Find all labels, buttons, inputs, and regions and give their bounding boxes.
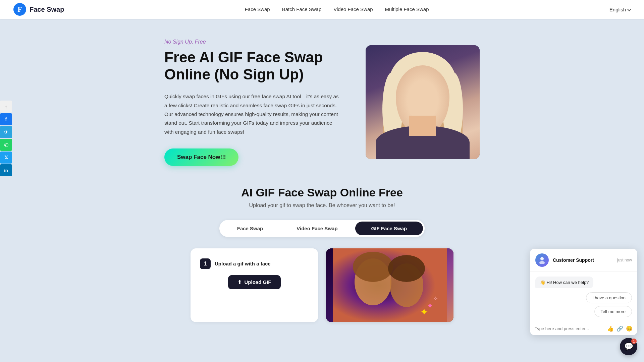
section-header: AI GIF Face Swap Online Free Upload your… bbox=[0, 179, 644, 212]
hero-description: Quickly swap faces in GIFs using our fre… bbox=[164, 92, 339, 136]
hero-portrait bbox=[366, 45, 480, 159]
chat-input[interactable] bbox=[535, 326, 604, 331]
brand-logo: f bbox=[13, 3, 26, 16]
chat-input-row: 👍 🔗 😊 bbox=[530, 322, 637, 335]
linkedin-button[interactable]: in bbox=[0, 164, 12, 176]
upload-icon: ⬆ bbox=[237, 279, 242, 285]
hero-section: No Sign Up, Free Free AI GIF Face Swap O… bbox=[0, 19, 644, 179]
language-selector[interactable]: English bbox=[609, 7, 631, 12]
tabs-container: Face Swap Video Face Swap GIF Face Swap bbox=[0, 220, 644, 237]
upload-gif-label: Upload GIF bbox=[245, 279, 271, 285]
quick-reply-more[interactable]: Tell me more bbox=[594, 306, 632, 317]
svg-point-8 bbox=[540, 257, 544, 260]
nav-link-video[interactable]: Video Face Swap bbox=[333, 6, 373, 12]
tab-gif-face-swap[interactable]: GIF Face Swap bbox=[355, 222, 423, 235]
nav-link-batch[interactable]: Batch Face Swap bbox=[282, 6, 322, 12]
svg-point-9 bbox=[539, 261, 545, 264]
brand-title: Face Swap bbox=[30, 6, 64, 13]
agent-avatar-icon bbox=[538, 256, 546, 264]
upload-card: 1 Upload a gif with a face ⬆ Upload GIF bbox=[191, 248, 318, 322]
chat-greeting: 👋 Hi! How can we help? bbox=[535, 277, 593, 288]
emoji-icon[interactable]: 😊 bbox=[626, 325, 633, 332]
hero-tag: No Sign Up, Free bbox=[164, 39, 339, 45]
social-sidebar: ↑ f ✈ ✆ 𝕏 in bbox=[0, 101, 12, 176]
section-title: AI GIF Face Swap Online Free bbox=[0, 186, 644, 199]
svg-text:✦: ✦ bbox=[420, 306, 428, 317]
chat-icon: 💬 bbox=[624, 342, 633, 351]
navbar: f Face Swap Face Swap Batch Face Swap Vi… bbox=[0, 0, 644, 19]
svg-point-4 bbox=[388, 255, 425, 282]
chat-widget: Customer Support just now 👋 Hi! How can … bbox=[530, 249, 637, 335]
upload-label: Upload a gif with a face bbox=[215, 261, 271, 266]
tabs-bar: Face Swap Video Face Swap GIF Face Swap bbox=[219, 220, 425, 237]
section-subtitle: Upload your gif to swap the face. Be who… bbox=[0, 202, 644, 208]
tab-face-swap[interactable]: Face Swap bbox=[221, 222, 279, 235]
upload-gif-button[interactable]: ⬆ Upload GIF bbox=[228, 275, 281, 289]
tab-video-face-swap[interactable]: Video Face Swap bbox=[280, 222, 354, 235]
chat-message-area: 👋 Hi! How can we help? I have a question… bbox=[530, 272, 637, 322]
nav-links: Face Swap Batch Face Swap Video Face Swa… bbox=[245, 6, 429, 12]
chat-open-button[interactable]: 💬 1 bbox=[620, 338, 637, 355]
hero-image bbox=[366, 45, 480, 159]
share-button[interactable]: ↑ bbox=[0, 101, 12, 113]
swap-face-button[interactable]: Swap Face Now!!! bbox=[164, 148, 238, 166]
twitter-button[interactable]: 𝕏 bbox=[0, 152, 12, 164]
chat-header-info: Customer Support bbox=[553, 257, 613, 263]
whatsapp-button[interactable]: ✆ bbox=[0, 139, 12, 151]
nav-link-multiple[interactable]: Multiple Face Swap bbox=[385, 6, 429, 12]
chevron-down-icon bbox=[627, 7, 631, 11]
upload-card-header: 1 Upload a gif with a face bbox=[200, 258, 309, 269]
portrait-neck bbox=[409, 116, 436, 136]
preview-image: ✦ ✧ ✦ bbox=[326, 248, 453, 322]
quick-reply-question[interactable]: I have a question bbox=[586, 292, 632, 303]
chat-header: Customer Support just now bbox=[530, 249, 637, 272]
hero-title: Free AI GIF Face Swap Online (No Sign Up… bbox=[164, 49, 339, 83]
thumbs-up-icon[interactable]: 👍 bbox=[607, 325, 614, 332]
chat-quick-replies: I have a question Tell me more bbox=[535, 292, 632, 317]
svg-point-3 bbox=[353, 252, 393, 282]
telegram-button[interactable]: ✈ bbox=[0, 126, 12, 138]
step-badge: 1 bbox=[200, 258, 211, 269]
preview-svg: ✦ ✧ ✦ bbox=[333, 248, 447, 322]
svg-text:✧: ✧ bbox=[433, 296, 438, 301]
chat-badge: 1 bbox=[631, 339, 637, 344]
facebook-button[interactable]: f bbox=[0, 113, 12, 125]
hero-content: No Sign Up, Free Free AI GIF Face Swap O… bbox=[164, 39, 339, 166]
chat-avatar bbox=[535, 253, 549, 267]
link-icon[interactable]: 🔗 bbox=[616, 325, 623, 332]
preview-card: ✦ ✧ ✦ bbox=[326, 248, 453, 322]
brand[interactable]: f Face Swap bbox=[13, 3, 64, 16]
nav-link-face-swap[interactable]: Face Swap bbox=[245, 6, 270, 12]
chat-agent-name: Customer Support bbox=[553, 257, 613, 263]
chat-time: just now bbox=[617, 258, 632, 262]
